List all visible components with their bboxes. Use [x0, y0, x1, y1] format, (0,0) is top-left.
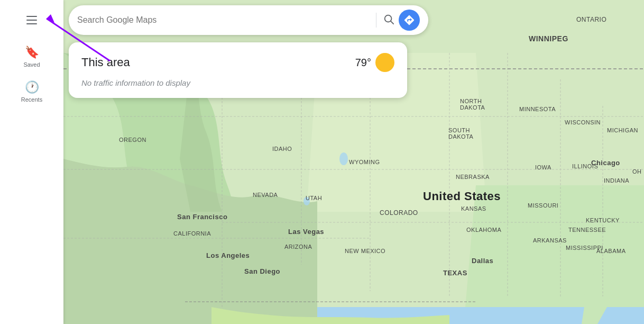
sidebar-item-recents[interactable]: 🕐 Recents: [11, 76, 53, 107]
search-input[interactable]: [77, 15, 370, 25]
info-header: This area 79°: [81, 53, 394, 72]
bookmark-icon: 🔖: [25, 46, 39, 59]
search-bar: [69, 5, 428, 35]
sidebar-recents-label: Recents: [21, 96, 42, 103]
traffic-message: No traffic information to display: [81, 78, 394, 87]
sidebar-item-saved[interactable]: 🔖 Saved: [11, 41, 53, 72]
directions-button[interactable]: [399, 10, 420, 31]
search-icon[interactable]: [383, 13, 394, 28]
sidebar: 🔖 Saved 🕐 Recents: [0, 0, 63, 324]
history-icon: 🕐: [25, 80, 39, 94]
hamburger-line-3: [26, 23, 37, 24]
svg-point-21: [303, 197, 310, 205]
sidebar-saved-label: Saved: [23, 61, 40, 68]
svg-line-23: [391, 21, 393, 24]
info-title: This area: [81, 56, 130, 69]
menu-button[interactable]: [19, 7, 44, 33]
weather-section: 79°: [355, 53, 394, 72]
temperature-display: 79°: [355, 57, 371, 69]
hamburger-line-1: [26, 16, 37, 17]
svg-point-20: [339, 152, 348, 165]
weather-sunny-icon: [375, 53, 394, 72]
search-divider: [376, 13, 376, 28]
info-panel: This area 79° No traffic information to …: [69, 42, 407, 98]
hamburger-line-2: [26, 20, 37, 21]
